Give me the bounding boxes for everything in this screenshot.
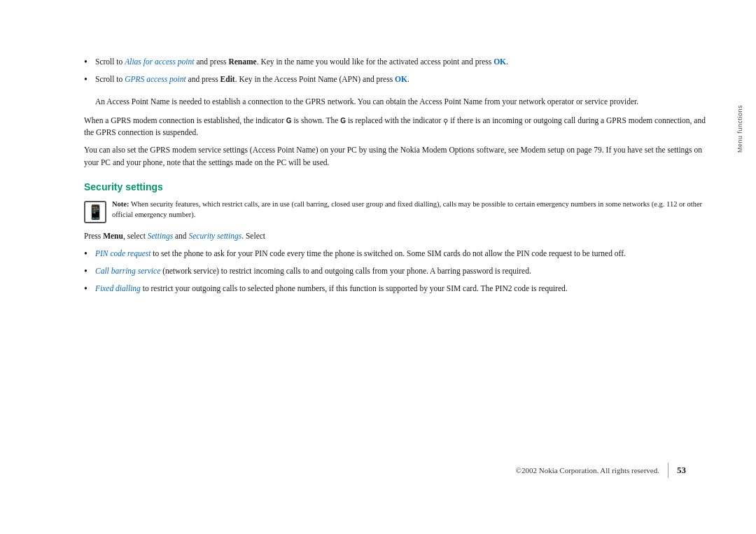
gprs-call-icon: ⚲ [443,116,448,127]
apn-paragraph: An Access Point Name is needed to establ… [95,96,714,108]
fixed-dialling-link[interactable]: Fixed dialling [95,284,141,293]
bullet-dot: • [84,73,95,87]
note-bold-label: Note: [112,200,130,208]
note-box: 📱 Note: When security features, which re… [84,199,714,223]
phone-symbol: 📱 [87,204,104,220]
bullet-text: Scroll to Alias for access point and pre… [95,56,714,69]
gprs-g-indicator-2: G [340,117,346,125]
gprs-g-indicator: G [286,117,292,125]
note-content: Note: When security features, which rest… [112,199,714,220]
bullet-dot: • [84,265,95,279]
list-item: • Scroll to Alias for access point and p… [84,56,714,69]
page: Menu functions • Scroll to Alias for acc… [0,0,756,534]
page-number: 53 [677,465,686,476]
security-bullet-list: • PIN code request to set the phone to a… [84,248,714,297]
side-label: Menu functions [736,105,743,153]
rename-bold: Rename [228,57,256,66]
footer: ©2002 Nokia Corporation. All rights rese… [168,463,686,478]
side-label-text: Menu functions [736,105,743,153]
menu-bold: Menu [103,232,123,240]
bullet-dot: • [84,55,95,69]
gprs-para-2: You can also set the GPRS modem service … [84,144,714,169]
bullet-text: PIN code request to set the phone to ask… [95,248,714,261]
list-item: • PIN code request to set the phone to a… [84,248,714,261]
ok-bold-2: OK [395,75,407,83]
pin-code-link[interactable]: PIN code request [95,249,150,258]
bullet-text: Fixed dialling to restrict your outgoing… [95,283,714,296]
top-bullet-list: • Scroll to Alias for access point and p… [84,56,714,87]
security-heading-text: Security settings [84,181,163,192]
bullet-text: Scroll to GPRS access point and press Ed… [95,73,714,87]
gprs-para-1: When a GPRS modem connection is establis… [84,115,714,139]
ok-bold-1: OK [493,57,506,66]
security-settings-heading: Security settings [84,181,714,192]
bullet-dot: • [84,247,95,261]
copyright-text: ©2002 Nokia Corporation. All rights rese… [516,466,659,475]
settings-link[interactable]: Settings [148,232,173,240]
bullet-dot: • [84,282,95,296]
list-item: • Call barring service (network service)… [84,265,714,279]
security-settings-link[interactable]: Security settings [189,232,242,240]
alias-link[interactable]: Alias for access point [125,57,194,66]
edit-bold: Edit [220,75,235,83]
bullet-text: Call barring service (network service) t… [95,265,714,279]
call-barring-link[interactable]: Call barring service [95,267,160,275]
main-content: • Scroll to Alias for access point and p… [84,56,714,506]
gprs-access-link[interactable]: GPRS access point [125,75,186,83]
list-item: • Scroll to GPRS access point and press … [84,73,714,87]
footer-divider [668,463,668,478]
list-item: • Fixed dialling to restrict your outgoi… [84,283,714,296]
press-menu-line: Press Menu, select Settings and Security… [84,230,714,242]
note-phone-icon: 📱 [84,201,106,223]
